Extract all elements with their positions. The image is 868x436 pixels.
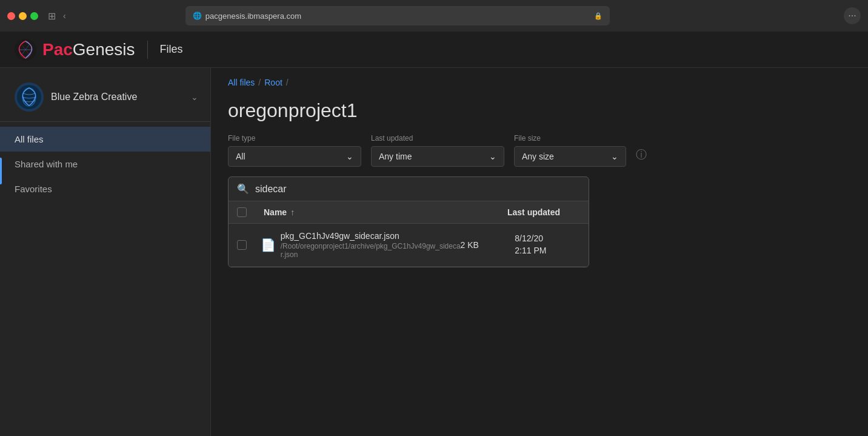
date-line1: 8/12/20 <box>515 233 580 245</box>
row-checkbox[interactable] <box>237 240 247 250</box>
file-icon: 📄 <box>261 238 280 252</box>
file-size-label: File size <box>514 134 626 143</box>
lock-icon: 🔒 <box>594 12 603 20</box>
date-column-header: Last updated <box>507 207 580 217</box>
logo-icon <box>15 39 36 61</box>
header-section-title: Files <box>160 43 183 56</box>
logo-genesis: Genesis <box>73 40 135 59</box>
workspace-name: Blue Zebra Creative <box>51 92 184 102</box>
search-input-row: 🔍 <box>229 177 589 201</box>
sidebar-toggle-icon[interactable]: ⊞ <box>48 10 56 22</box>
name-column-header: Name <box>264 207 287 217</box>
more-options-icon: ··· <box>848 10 856 21</box>
breadcrumb-sep2: / <box>286 78 289 87</box>
maximize-button[interactable] <box>30 12 38 20</box>
breadcrumb: All files / Root / <box>211 68 868 97</box>
file-type-chevron-icon: ⌄ <box>346 152 353 161</box>
last-updated-value: Any time <box>379 152 412 161</box>
file-date-value: 8/12/20 2:11 PM <box>515 233 580 257</box>
main-content: Blue Zebra Creative ⌄ All files Shared w… <box>0 68 868 436</box>
close-button[interactable] <box>7 12 15 20</box>
file-type-label: File type <box>228 134 361 143</box>
file-area: All files / Root / oregonproject1 File t… <box>211 68 868 436</box>
last-updated-label: Last updated <box>371 134 504 143</box>
more-options-button[interactable]: ··· <box>844 7 861 24</box>
active-accent <box>0 158 2 184</box>
file-size-chevron-icon: ⌄ <box>611 152 618 161</box>
address-bar[interactable]: 🌐 pacgenesis.ibmaspera.com 🔒 <box>185 6 610 25</box>
sidebar-item-favorites[interactable]: Favorites <box>0 176 210 201</box>
logo-pac: Pac <box>42 40 73 59</box>
traffic-lights <box>7 12 38 20</box>
last-updated-filter: Last updated Any time ⌄ <box>371 134 504 167</box>
last-updated-select[interactable]: Any time ⌄ <box>371 146 504 167</box>
sidebar-item-label: Shared with me <box>15 159 78 169</box>
last-updated-chevron-icon: ⌄ <box>489 152 496 161</box>
sort-icon[interactable]: ↑ <box>290 207 295 217</box>
file-name-path: pkg_GC1hJv49gw_sidecar.json /Root/oregon… <box>281 231 461 259</box>
favicon-icon: 🌐 <box>193 12 202 20</box>
search-icon: 🔍 <box>237 183 249 195</box>
header-divider <box>147 41 148 59</box>
file-size-value: 2 KB <box>461 240 515 250</box>
workspace-selector[interactable]: Blue Zebra Creative ⌄ <box>0 73 210 122</box>
search-container: 🔍 Name ↑ Last updated <box>228 176 589 267</box>
filters-row: File type All ⌄ Last updated Any time ⌄ … <box>211 134 868 176</box>
sidebar-nav: All files Shared with me Favorites <box>0 122 210 206</box>
file-name: pkg_GC1hJv49gw_sidecar.json <box>281 231 461 241</box>
workspace-chevron-icon: ⌄ <box>191 92 198 102</box>
sidebar-item-shared-with-me[interactable]: Shared with me <box>0 152 210 176</box>
file-type-value: All <box>236 152 245 161</box>
titlebar: ⊞ ‹ 🌐 pacgenesis.ibmaspera.com 🔒 ··· <box>0 0 868 32</box>
breadcrumb-all-files[interactable]: All files <box>228 78 255 87</box>
file-size-filter: File size Any size ⌄ <box>514 134 626 167</box>
logo-text: PacGenesis <box>42 40 135 59</box>
sidebar-item-all-files[interactable]: All files <box>0 127 210 152</box>
logo-area: PacGenesis <box>15 39 135 61</box>
sidebar-item-label: All files <box>15 134 44 144</box>
file-size-select[interactable]: Any size ⌄ <box>514 146 626 167</box>
avatar <box>15 82 44 112</box>
info-icon[interactable]: ⓘ <box>636 147 647 162</box>
page-title: oregonproject1 <box>211 97 868 134</box>
select-all-checkbox[interactable] <box>237 207 247 217</box>
breadcrumb-root[interactable]: Root <box>264 78 282 87</box>
file-path: /Root/oregonproject1/archive/pkg_GC1hJv4… <box>281 242 461 259</box>
date-line2: 2:11 PM <box>515 245 580 257</box>
address-text: pacgenesis.ibmaspera.com <box>205 12 590 21</box>
sidebar: Blue Zebra Creative ⌄ All files Shared w… <box>0 68 211 436</box>
file-type-select[interactable]: All ⌄ <box>228 146 361 167</box>
back-button[interactable]: ‹ <box>63 11 66 21</box>
minimize-button[interactable] <box>19 12 27 20</box>
breadcrumb-sep1: / <box>258 78 261 87</box>
file-size-value: Any size <box>522 152 554 161</box>
app-header: PacGenesis Files <box>0 32 868 68</box>
sidebar-item-label: Favorites <box>15 184 52 194</box>
file-type-filter: File type All ⌄ <box>228 134 361 167</box>
results-header: Name ↑ Last updated <box>229 201 589 224</box>
search-input[interactable] <box>255 184 580 195</box>
table-row[interactable]: 📄 pkg_GC1hJv49gw_sidecar.json /Root/oreg… <box>229 224 589 267</box>
